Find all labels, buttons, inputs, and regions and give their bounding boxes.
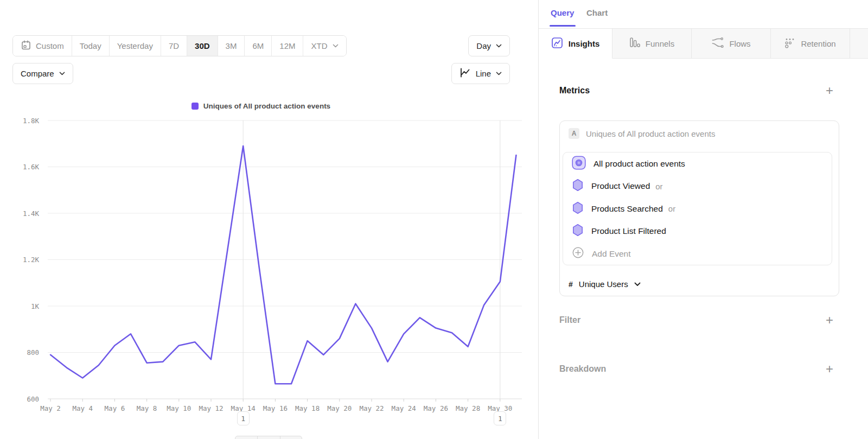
date-range-label: XTD <box>311 41 327 50</box>
date-range-today[interactable]: Today <box>72 36 110 56</box>
event-operator-label: or <box>668 204 675 213</box>
date-range-yesterday[interactable]: Yesterday <box>110 36 161 56</box>
metrics-title: Metrics <box>559 86 590 96</box>
date-range-7d[interactable]: 7D <box>161 36 187 56</box>
y-axis-tick-label: 1.8K <box>23 117 40 125</box>
chart-panel: CustomTodayYesterday7D30D3M6M12MXTD Day … <box>0 0 538 439</box>
report-tab-funnels[interactable]: Funnels <box>612 28 692 59</box>
x-axis-tick-label: May 22 <box>359 404 384 412</box>
panel-header: Query Chart <box>539 0 868 28</box>
date-range-custom[interactable]: Custom <box>13 36 72 56</box>
add-breakdown-button[interactable]: + <box>826 362 833 376</box>
all-events-icon <box>572 156 586 172</box>
chart-type-dropdown[interactable]: Line <box>451 63 510 84</box>
flows-icon <box>711 37 724 50</box>
event-hexagon-icon <box>572 179 584 194</box>
add-filter-button[interactable]: + <box>826 314 833 327</box>
date-range-12m[interactable]: 12M <box>272 36 303 56</box>
chevron-down-icon <box>59 72 65 75</box>
chevron-down-icon <box>496 72 502 75</box>
date-range-label: 7D <box>169 41 179 50</box>
report-tab-label: Funnels <box>646 39 674 48</box>
y-axis-tick-label: 1.4K <box>23 209 40 218</box>
event-label: Add Event <box>592 249 631 259</box>
filter-section-header: Filter + <box>559 314 833 327</box>
report-type-tabbar: InsightsFunnelsFlowsRetention <box>539 28 868 59</box>
x-axis-tick-label: May 10 <box>167 404 191 412</box>
compare-dropdown[interactable]: Compare <box>12 63 73 84</box>
calendar-icon <box>21 40 31 52</box>
line-chart-icon <box>459 68 471 79</box>
annotation-marker[interactable]: 1 <box>494 411 506 425</box>
date-range-label: 30D <box>195 41 210 50</box>
report-tab-label: Flows <box>729 39 750 48</box>
x-axis-tick-label: May 20 <box>327 404 352 412</box>
retention-icon <box>784 37 795 50</box>
x-axis-tick-label: May 12 <box>199 404 223 412</box>
x-axis-tick-label: May 26 <box>424 404 448 412</box>
breakdown-section-header: Breakdown + <box>559 362 833 376</box>
query-panel: Query Chart InsightsFunnelsFlowsRetentio… <box>538 0 868 439</box>
annotation-marker[interactable]: 1 <box>237 411 250 425</box>
report-tab-label: Retention <box>801 39 835 48</box>
add-metric-button[interactable]: + <box>826 84 833 97</box>
date-range-30d[interactable]: 30D <box>187 36 218 56</box>
line-chart-svg: 6008001K1.2K1.4K1.6K1.8KMay 2May 4May 6M… <box>0 100 534 439</box>
event-row-all-product-action-events[interactable]: All product action events <box>563 152 832 175</box>
compare-label: Compare <box>21 69 54 78</box>
y-axis-tick-label: 600 <box>27 395 39 403</box>
event-operator-label: or <box>655 182 662 191</box>
report-tab-label: Insights <box>569 39 600 48</box>
granularity-dropdown[interactable]: Day <box>468 35 510 56</box>
x-axis-tick-label: May 2 <box>40 404 61 412</box>
insights-report-page: CustomTodayYesterday7D30D3M6M12MXTD Day … <box>0 0 868 439</box>
breakdown-title: Breakdown <box>559 364 606 374</box>
hash-icon: # <box>569 280 573 289</box>
x-axis-tick-label: May 18 <box>295 404 320 412</box>
event-label: Products Searched <box>591 204 663 214</box>
chevron-down-icon <box>333 44 339 48</box>
filter-title: Filter <box>559 315 580 325</box>
event-row-product-viewed[interactable]: Product Viewedor <box>563 175 832 198</box>
date-range-label: Custom <box>36 41 64 50</box>
series-line <box>50 146 516 384</box>
report-tab-retention[interactable]: Retention <box>771 28 850 59</box>
tab-chart[interactable]: Chart <box>586 8 608 17</box>
chart-footer-control[interactable] <box>235 436 302 439</box>
event-row-products-searched[interactable]: Products Searchedor <box>563 198 832 220</box>
date-range-label: 3M <box>226 41 237 50</box>
report-tab-flows[interactable]: Flows <box>692 28 771 59</box>
metric-series-row[interactable]: A Uniques of All product action events <box>569 128 832 139</box>
date-range-label: Yesterday <box>117 41 153 50</box>
x-axis-tick-label: May 4 <box>72 404 93 412</box>
event-row-product-list-filtered[interactable]: Product List Filtered <box>563 220 832 243</box>
y-axis-tick-label: 1K <box>31 302 40 310</box>
date-range-group: CustomTodayYesterday7D30D3M6M12MXTD <box>12 35 347 56</box>
date-range-6m[interactable]: 6M <box>245 36 272 56</box>
chart-type-label: Line <box>476 69 491 78</box>
funnels-icon <box>629 37 640 50</box>
chevron-down-icon <box>634 282 641 287</box>
insights-icon <box>551 37 563 50</box>
x-axis-tick-label: May 28 <box>456 404 480 412</box>
metric-card: A Uniques of All product action events A… <box>559 120 839 296</box>
date-range-3m[interactable]: 3M <box>218 36 245 56</box>
y-axis-tick-label: 1.6K <box>23 163 40 171</box>
tabbar-filler <box>850 28 868 59</box>
x-axis-tick-label: May 6 <box>105 404 125 412</box>
date-range-label: Today <box>80 41 101 50</box>
event-row-add-event[interactable]: Add Event <box>563 243 832 265</box>
date-range-label: 6M <box>252 41 264 50</box>
event-label: Product Viewed <box>591 181 650 191</box>
event-label: All product action events <box>593 159 685 169</box>
date-range-xtd[interactable]: XTD <box>303 36 346 56</box>
chevron-down-icon <box>496 44 502 48</box>
y-axis-tick-label: 1.2K <box>23 256 40 264</box>
tab-query[interactable]: Query <box>551 8 574 17</box>
report-tab-insights[interactable]: Insights <box>539 28 612 59</box>
x-axis-tick-label: May 8 <box>137 404 157 412</box>
aggregation-dropdown[interactable]: # Unique Users <box>569 279 641 289</box>
x-axis-tick-label: May 24 <box>392 404 416 412</box>
date-range-label: 12M <box>279 41 295 50</box>
event-hexagon-icon <box>572 224 584 239</box>
